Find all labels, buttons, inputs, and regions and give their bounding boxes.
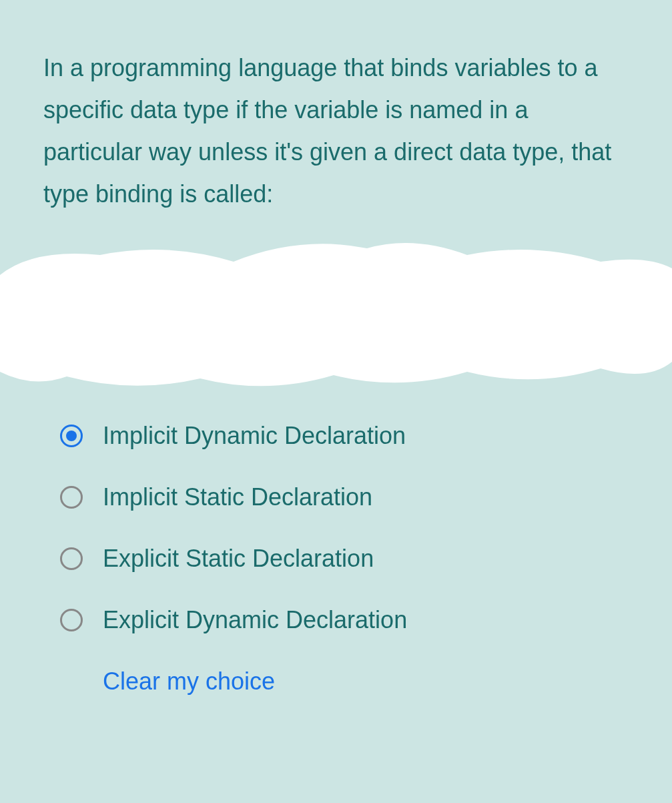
option-row-3[interactable]: Explicit Dynamic Declaration xyxy=(60,606,629,634)
question-text: In a programming language that binds var… xyxy=(43,47,629,215)
option-row-2[interactable]: Explicit Static Declaration xyxy=(60,545,629,573)
option-row-1[interactable]: Implicit Static Declaration xyxy=(60,483,629,511)
option-label-0: Implicit Dynamic Declaration xyxy=(103,422,406,450)
radio-button-1[interactable] xyxy=(60,486,83,509)
radio-selected-indicator xyxy=(66,431,77,441)
erased-region xyxy=(0,228,672,395)
radio-button-3[interactable] xyxy=(60,609,83,631)
option-label-3: Explicit Dynamic Declaration xyxy=(103,606,407,634)
option-label-1: Implicit Static Declaration xyxy=(103,483,372,511)
radio-button-0[interactable] xyxy=(60,425,83,447)
option-label-2: Explicit Static Declaration xyxy=(103,545,374,573)
option-row-0[interactable]: Implicit Dynamic Declaration xyxy=(60,422,629,450)
radio-button-2[interactable] xyxy=(60,547,83,570)
clear-choice-link[interactable]: Clear my choice xyxy=(103,667,629,696)
answer-options: Implicit Dynamic Declaration Implicit St… xyxy=(43,422,629,696)
